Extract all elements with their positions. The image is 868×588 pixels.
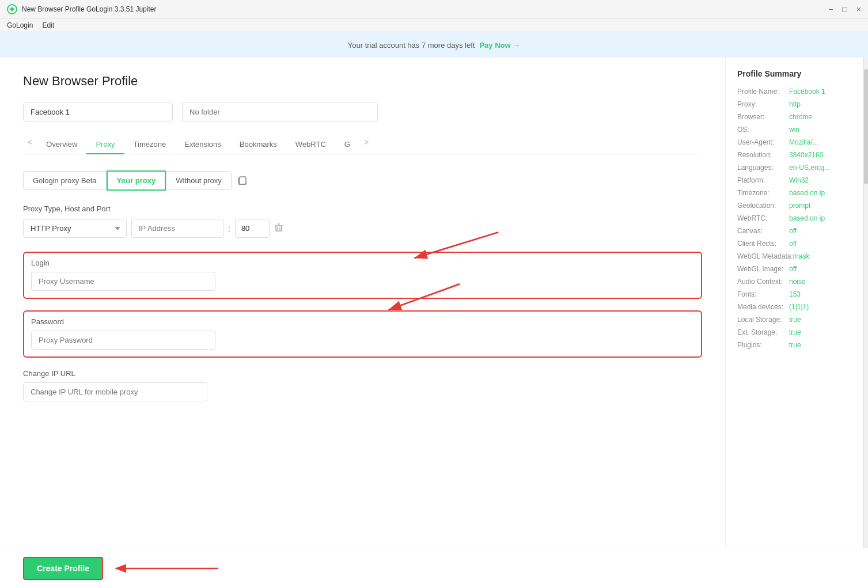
change-ip-label: Change IP URL: [23, 369, 702, 378]
summary-row-audio: Audio Context: noise: [737, 278, 852, 286]
login-label: Login: [31, 259, 694, 267]
proxy-type-select[interactable]: HTTP Proxy HTTPS Proxy SOCKS4 SOCKS5: [23, 219, 127, 238]
summary-row-platform: Platform: Win32: [737, 176, 852, 184]
menu-edit[interactable]: Edit: [42, 21, 54, 29]
gologin-proxy-button[interactable]: Gologin proxy Beta: [23, 171, 107, 190]
summary-row-geolocation: Geolocation: prompt: [737, 202, 852, 210]
summary-row-canvas: Canvas: off: [737, 227, 852, 235]
summary-key-canvas: Canvas:: [737, 227, 789, 235]
paste-icon[interactable]: [237, 174, 248, 187]
tab-proxy[interactable]: Proxy: [86, 135, 124, 154]
pay-now-link[interactable]: Pay Now →: [479, 41, 520, 50]
summary-val-useragent: Mozilla/...: [789, 138, 818, 146]
summary-row-media: Media devices: (1|1|1): [737, 303, 852, 311]
title-bar-left: New Browser Profile GoLogin 3.3.51 Jupit…: [7, 4, 156, 14]
summary-key-fonts: Fonts:: [737, 290, 789, 298]
summary-row-plugins: Plugins: true: [737, 341, 852, 349]
profile-name-input[interactable]: [23, 103, 173, 122]
port-input[interactable]: [235, 219, 270, 238]
summary-key-audio: Audio Context:: [737, 278, 789, 286]
port-separator: :: [228, 224, 230, 233]
summary-val-timezone: based on ip: [789, 189, 825, 197]
trial-text: Your trial account has 7 more days left: [348, 41, 475, 50]
main-container: New Browser Profile < Overview Proxy Tim…: [0, 58, 868, 588]
summary-row-ext-storage: Ext. Storage: true: [737, 328, 852, 336]
summary-key-webgl-metadata: WebGL Metadata:: [737, 252, 793, 260]
menu-gologin[interactable]: GoLogin: [7, 21, 33, 29]
summary-row-timezone: Timezone: based on ip: [737, 189, 852, 197]
window-title: New Browser Profile GoLogin 3.3.51 Jupit…: [22, 5, 156, 13]
close-button[interactable]: ×: [856, 5, 861, 14]
minimize-button[interactable]: −: [828, 5, 833, 14]
summary-val-audio: noise: [789, 278, 806, 286]
summary-val-proxy: http: [789, 100, 801, 108]
summary-key-webgl-image: WebGL Image:: [737, 265, 789, 273]
summary-title: Profile Summary: [737, 69, 852, 78]
tab-left-arrow[interactable]: <: [23, 138, 37, 151]
summary-row-profile-name: Profile Name: Facebook 1: [737, 88, 852, 96]
tab-bookmarks[interactable]: Bookmarks: [230, 135, 286, 154]
profile-summary-sidebar: Profile Summary Profile Name: Facebook 1…: [725, 58, 863, 588]
summary-key-media: Media devices:: [737, 303, 789, 311]
summary-val-ext-storage: true: [789, 328, 801, 336]
summary-val-webrtc: based on ip: [789, 214, 825, 222]
proxy-password-input[interactable]: [31, 331, 215, 350]
summary-val-platform: Win32: [789, 176, 809, 184]
profile-inputs-row: [23, 103, 702, 122]
summary-key-local-storage: Local Storage:: [737, 316, 789, 324]
tab-webrtc[interactable]: WebRTC: [286, 135, 335, 154]
title-bar: New Browser Profile GoLogin 3.3.51 Jupit…: [0, 0, 868, 18]
summary-val-client-rects: off: [789, 240, 797, 248]
tab-g[interactable]: G: [335, 135, 359, 154]
create-profile-button[interactable]: Create Profile: [23, 557, 103, 580]
summary-val-os: win: [789, 126, 799, 134]
your-proxy-button[interactable]: Your proxy: [107, 170, 166, 191]
summary-key-client-rects: Client Rects:: [737, 240, 789, 248]
summary-val-canvas: off: [789, 227, 797, 235]
proxy-host-section: Proxy Type, Host and Port HTTP Proxy HTT…: [23, 204, 702, 238]
summary-row-webrtc: WebRTC: based on ip: [737, 214, 852, 222]
summary-key-os: OS:: [737, 126, 789, 134]
folder-input[interactable]: [182, 103, 378, 122]
scroll-thumb[interactable]: [864, 69, 868, 184]
summary-val-plugins: true: [789, 341, 801, 349]
tab-right-arrow[interactable]: >: [359, 138, 373, 151]
summary-key-proxy: Proxy:: [737, 100, 789, 108]
summary-row-client-rects: Client Rects: off: [737, 240, 852, 248]
summary-key-geolocation: Geolocation:: [737, 202, 789, 210]
summary-key-useragent: User-Agent:: [737, 138, 789, 146]
summary-key-timezone: Timezone:: [737, 189, 789, 197]
tabs-row: < Overview Proxy Timezone Extensions Boo…: [23, 135, 702, 154]
tab-overview[interactable]: Overview: [37, 135, 86, 154]
bottom-bar: Create Profile: [0, 548, 868, 588]
summary-val-local-storage: true: [789, 316, 801, 324]
summary-row-os: OS: win: [737, 126, 852, 134]
delete-proxy-icon[interactable]: [274, 223, 283, 234]
summary-val-resolution: 3840x2160: [789, 151, 823, 159]
ip-address-input[interactable]: [131, 219, 223, 238]
summary-row-webgl-image: WebGL Image: off: [737, 265, 852, 273]
password-label: Password: [31, 317, 694, 326]
summary-key-ext-storage: Ext. Storage:: [737, 328, 789, 336]
change-ip-section: Change IP URL: [23, 369, 702, 401]
proxy-host-label: Proxy Type, Host and Port: [23, 204, 702, 213]
summary-val-geolocation: prompt: [789, 202, 810, 210]
tab-timezone[interactable]: Timezone: [124, 135, 176, 154]
without-proxy-button[interactable]: Without proxy: [166, 171, 231, 190]
summary-row-resolution: Resolution: 3840x2160: [737, 151, 852, 159]
proxy-type-row: Gologin proxy Beta Your proxy Without pr…: [23, 170, 702, 191]
summary-key-resolution: Resolution:: [737, 151, 789, 159]
summary-val-webgl-metadata: mask: [793, 252, 810, 260]
scrollbar[interactable]: [863, 58, 868, 588]
tab-extensions[interactable]: Extensions: [175, 135, 230, 154]
page-title: New Browser Profile: [23, 74, 702, 89]
trial-banner: Your trial account has 7 more days left …: [0, 32, 868, 58]
summary-row-proxy: Proxy: http: [737, 100, 852, 108]
summary-row-languages: Languages: en-US,en;q...: [737, 164, 852, 172]
change-ip-input[interactable]: [23, 382, 207, 401]
content-area: New Browser Profile < Overview Proxy Tim…: [0, 58, 725, 588]
maximize-button[interactable]: □: [842, 5, 847, 14]
summary-key-languages: Languages:: [737, 164, 789, 172]
login-section: Login: [23, 252, 702, 299]
proxy-username-input[interactable]: [31, 272, 215, 291]
